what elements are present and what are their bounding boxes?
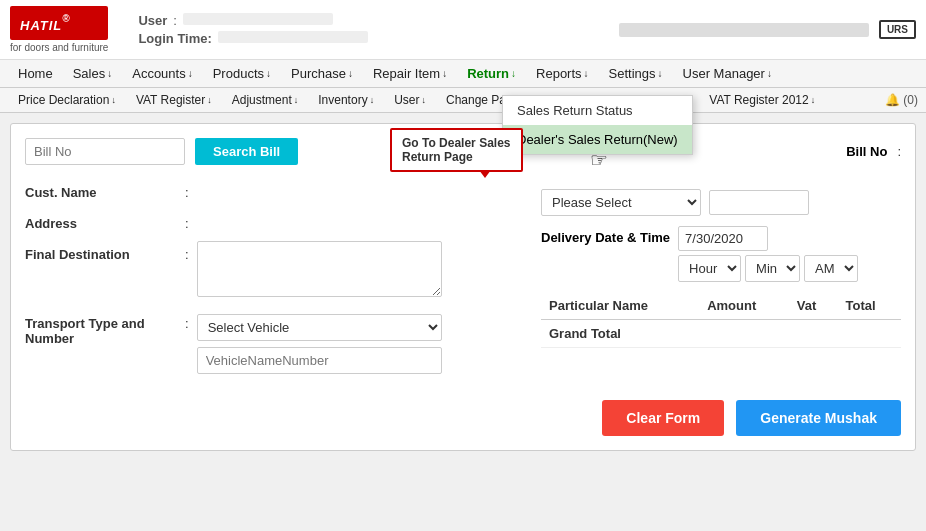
nav-bar: Home Sales ↓ Accounts ↓ Products ↓ Purch… — [0, 60, 926, 88]
nav2-user[interactable]: User ↓ — [384, 88, 436, 112]
summary-table: Particular Name Amount Vat Total Grand T… — [541, 292, 901, 348]
final-destination-input[interactable] — [197, 241, 442, 297]
header-right: URS — [619, 20, 916, 39]
nav-accounts[interactable]: Accounts ↓ — [122, 60, 202, 87]
bill-no-input[interactable] — [25, 138, 185, 165]
final-destination-label: Final Destination — [25, 241, 185, 262]
nav-home[interactable]: Home — [8, 60, 63, 87]
transport-label: Transport Type and Number — [25, 310, 185, 346]
dropdown-sales-return-status[interactable]: Sales Return Status — [503, 96, 692, 125]
tooltip-go-to-dealer: Go To Dealer SalesReturn Page — [390, 128, 523, 172]
col-vat: Vat — [789, 292, 838, 320]
logo-area: HATIL® for doors and furniture — [10, 6, 108, 53]
generate-mushak-button[interactable]: Generate Mushak — [736, 400, 901, 436]
address-row: Address : — [25, 210, 521, 231]
nav2-vat-register-2012[interactable]: VAT Register 2012 ↓ — [699, 88, 825, 112]
logo-superscript: ® — [62, 13, 70, 24]
delivery-section: Delivery Date & Time Hour Min — [541, 226, 901, 282]
vehicle-name-input[interactable] — [197, 347, 442, 374]
grand-total-amount — [699, 320, 789, 348]
nav-reports[interactable]: Reports ↓ — [526, 60, 599, 87]
nav-bar2: Price Declaration ↓ VAT Register ↓ Adjus… — [0, 88, 926, 113]
nav-settings[interactable]: Settings ↓ — [599, 60, 673, 87]
cust-name-label: Cust. Name — [25, 179, 185, 200]
transport-row: Transport Type and Number : Select Vehic… — [25, 310, 521, 374]
login-time-value — [218, 31, 368, 43]
nav-purchase[interactable]: Purchase ↓ — [281, 60, 363, 87]
ampm-select[interactable]: AM PM — [804, 255, 858, 282]
form-right: Please Select Delivery Date & Time — [541, 179, 901, 384]
cursor-pointer: ☞ — [590, 148, 608, 172]
col-particular-name: Particular Name — [541, 292, 699, 320]
select-vehicle-dropdown[interactable]: Select Vehicle — [197, 314, 442, 341]
logo: HATIL® — [10, 6, 108, 40]
user-info: User : Login Time: — [138, 13, 367, 46]
user-value — [183, 13, 333, 25]
search-bill-button[interactable]: Search Bill — [195, 138, 298, 165]
form-left: Cust. Name : Address : Final Destination… — [25, 179, 521, 384]
login-time-label: Login Time: — [138, 31, 211, 46]
return-dropdown: Sales Return Status Dealer's Sales Retur… — [502, 95, 693, 155]
bill-right: Bill No : — [846, 144, 901, 159]
header-text-blurred — [619, 23, 869, 37]
vehicle-select-row: Select Vehicle — [197, 314, 521, 341]
cust-please-select-dropdown[interactable]: Please Select — [541, 189, 701, 216]
logo-text: HATIL — [20, 18, 62, 33]
vehicle-name-row — [197, 347, 521, 374]
cust-name-row: Cust. Name : — [25, 179, 521, 200]
nav-user-manager[interactable]: User Manager ↓ — [673, 60, 782, 87]
final-destination-row: Final Destination : — [25, 241, 521, 300]
grand-total-label: Grand Total — [541, 320, 699, 348]
grand-total-row: Grand Total — [541, 320, 901, 348]
cust-name-right-row: Please Select — [541, 189, 901, 216]
delivery-inputs: Hour Min AM PM — [678, 226, 858, 282]
transport-value: Select Vehicle — [197, 314, 521, 374]
urs-badge: URS — [879, 20, 916, 39]
col-amount: Amount — [699, 292, 789, 320]
user-label: User — [138, 13, 167, 28]
nav-return[interactable]: Return ↓ — [457, 60, 526, 87]
notification-bell[interactable]: 🔔 (0) — [885, 93, 918, 107]
nav-repair-item[interactable]: Repair Item ↓ — [363, 60, 457, 87]
final-destination-value — [197, 241, 521, 300]
nav2-price-declaration[interactable]: Price Declaration ↓ — [8, 88, 126, 112]
col-total: Total — [838, 292, 901, 320]
address-label: Address — [25, 210, 185, 231]
nav2-vat-register[interactable]: VAT Register ↓ — [126, 88, 222, 112]
delivery-label: Delivery Date & Time — [541, 226, 670, 245]
clear-form-button[interactable]: Clear Form — [602, 400, 724, 436]
delivery-date-input[interactable] — [678, 226, 768, 251]
form-two-col: Cust. Name : Address : Final Destination… — [25, 179, 901, 384]
nav-sales[interactable]: Sales ↓ — [63, 60, 123, 87]
header: HATIL® for doors and furniture User : Lo… — [0, 0, 926, 60]
bill-no-colon: : — [897, 144, 901, 159]
footer-buttons: Clear Form Generate Mushak — [25, 400, 901, 436]
logo-tagline: for doors and furniture — [10, 42, 108, 53]
grand-total-vat — [789, 320, 838, 348]
form-panel: Search Bill Bill No : Cust. Name : Addre… — [10, 123, 916, 451]
cust-name-text-input[interactable] — [709, 190, 809, 215]
bill-no-label-right: Bill No — [846, 144, 887, 159]
nav2-adjustment[interactable]: Adjustment ↓ — [222, 88, 309, 112]
nav2-inventory[interactable]: Inventory ↓ — [308, 88, 384, 112]
hour-select[interactable]: Hour — [678, 255, 741, 282]
min-select[interactable]: Min — [745, 255, 800, 282]
nav-products[interactable]: Products ↓ — [203, 60, 281, 87]
grand-total-total — [838, 320, 901, 348]
